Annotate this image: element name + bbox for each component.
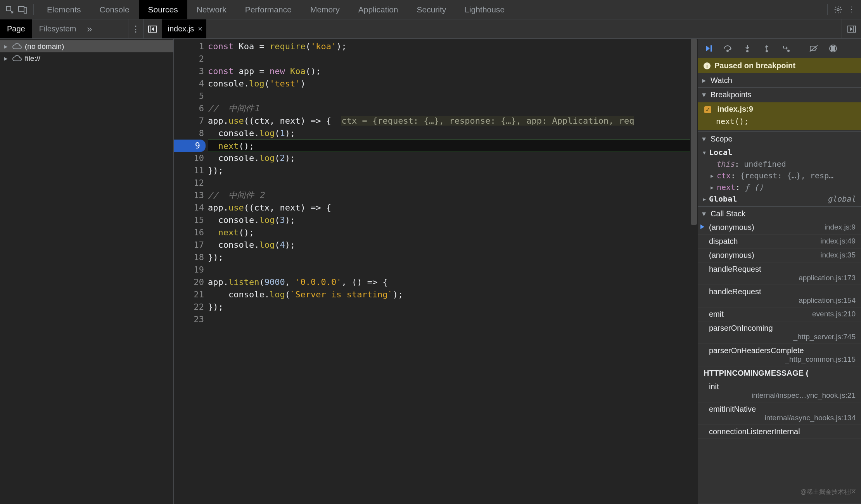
tab-security[interactable]: Security: [407, 0, 455, 19]
line-number[interactable]: 22: [174, 301, 204, 313]
step-out-icon[interactable]: [761, 43, 773, 54]
code-line[interactable]: });: [208, 164, 698, 177]
code-line[interactable]: console.log(1);: [208, 127, 698, 140]
deactivate-breakpoints-icon[interactable]: [808, 43, 820, 54]
stack-frame[interactable]: emitevents.js:210: [698, 307, 861, 321]
scope-local[interactable]: ▾Local: [698, 147, 861, 158]
toggle-navigator-icon[interactable]: [144, 26, 161, 33]
code-line[interactable]: next();: [208, 140, 698, 152]
code-area[interactable]: const Koa = require('koa'); const app = …: [208, 39, 698, 504]
file-tab-index[interactable]: index.js ×: [162, 19, 207, 38]
code-line[interactable]: });: [208, 301, 698, 313]
tab-network[interactable]: Network: [187, 0, 236, 19]
tab-memory[interactable]: Memory: [301, 0, 349, 19]
line-number[interactable]: 10: [174, 152, 204, 164]
stack-frame[interactable]: handleRequestapplication.js:154: [698, 285, 861, 307]
scope-this[interactable]: this: undefined: [698, 158, 861, 170]
stack-frame[interactable]: parserOnIncoming_http_server.js:745: [698, 321, 861, 344]
stack-frame[interactable]: initinternal/inspec…ync_hook.js:21: [698, 380, 861, 402]
code-line[interactable]: [208, 177, 698, 189]
code-line[interactable]: console.log(2);: [208, 152, 698, 164]
line-number[interactable]: 5: [174, 90, 204, 102]
stack-frame[interactable]: (anonymous)index.js:9: [698, 221, 861, 235]
stack-frame[interactable]: dispatchindex.js:49: [698, 235, 861, 249]
device-toggle-icon[interactable]: [16, 3, 29, 16]
line-number[interactable]: 16: [174, 226, 204, 239]
stack-frame[interactable]: parserOnHeadersComplete_http_common.js:1…: [698, 344, 861, 366]
tree-item-file[interactable]: ▸ file://: [0, 52, 173, 64]
tab-elements[interactable]: Elements: [38, 0, 90, 19]
line-number[interactable]: 7: [174, 115, 204, 127]
line-number[interactable]: 9: [174, 140, 206, 152]
stack-frame[interactable]: emitInitNativeinternal/async_hooks.js:13…: [698, 402, 861, 425]
line-number[interactable]: 6: [174, 102, 204, 115]
line-number[interactable]: 15: [174, 214, 204, 226]
code-line[interactable]: const Koa = require('koa');: [208, 40, 698, 53]
breakpoints-header[interactable]: ▾ Breakpoints: [698, 88, 861, 102]
code-line[interactable]: [208, 264, 698, 276]
line-number[interactable]: 17: [174, 239, 204, 251]
code-line[interactable]: console.log(`Server is starting`);: [208, 288, 698, 301]
scrollbar-thumb[interactable]: [691, 39, 697, 225]
code-line[interactable]: next();: [208, 226, 698, 239]
scope-header[interactable]: ▾ Scope: [698, 132, 861, 146]
code-line[interactable]: console.log(4);: [208, 239, 698, 251]
line-number[interactable]: 2: [174, 53, 204, 65]
resume-icon[interactable]: [703, 43, 714, 54]
code-line[interactable]: // 中间件1: [208, 102, 698, 115]
code-line[interactable]: [208, 313, 698, 326]
line-number[interactable]: 13: [174, 189, 204, 202]
code-line[interactable]: // 中间件 2: [208, 189, 698, 202]
line-number[interactable]: 18: [174, 251, 204, 264]
line-number[interactable]: 19: [174, 264, 204, 276]
navigator-tab-filesystem[interactable]: Filesystem: [32, 19, 83, 38]
line-number[interactable]: 23: [174, 313, 204, 326]
pause-exceptions-icon[interactable]: [827, 43, 839, 54]
line-number[interactable]: 14: [174, 202, 204, 214]
tab-application[interactable]: Application: [349, 0, 408, 19]
vertical-scrollbar[interactable]: [690, 39, 698, 504]
tab-lighthouse[interactable]: Lighthouse: [455, 0, 514, 19]
tab-console[interactable]: Console: [90, 0, 139, 19]
checkbox-checked-icon[interactable]: ✓: [704, 106, 711, 113]
line-number[interactable]: 4: [174, 78, 204, 90]
code-line[interactable]: app.use((ctx, next) => {: [208, 202, 698, 214]
close-icon[interactable]: ×: [198, 24, 202, 33]
navigator-kebab-icon[interactable]: ⋮: [128, 19, 144, 38]
stack-frame[interactable]: connectionListenerInternal: [698, 425, 861, 439]
line-number[interactable]: 1: [174, 40, 204, 53]
scope-ctx[interactable]: ▸ctx: {request: {…}, resp…: [698, 170, 861, 181]
kebab-icon[interactable]: ⋮: [845, 3, 858, 16]
code-line[interactable]: [208, 53, 698, 65]
scope-global[interactable]: ▸Global global: [698, 193, 861, 205]
toggle-debugger-icon[interactable]: [842, 19, 861, 38]
callstack-header[interactable]: ▾ Call Stack: [698, 207, 861, 221]
line-number[interactable]: 20: [174, 276, 204, 288]
line-number[interactable]: 3: [174, 65, 204, 78]
code-line[interactable]: [208, 90, 698, 102]
tab-performance[interactable]: Performance: [236, 0, 301, 19]
step-into-icon[interactable]: [742, 43, 753, 54]
watch-header[interactable]: ▸ Watch: [698, 73, 861, 87]
stack-frame[interactable]: (anonymous)index.js:35: [698, 249, 861, 262]
code-line[interactable]: app.listen(9000, '0.0.0.0', () => {: [208, 276, 698, 288]
tree-item-no-domain[interactable]: ▸ (no domain): [0, 40, 173, 52]
line-number[interactable]: 8: [174, 127, 204, 140]
inspect-icon[interactable]: [3, 3, 16, 16]
line-number[interactable]: 21: [174, 288, 204, 301]
breakpoint-item[interactable]: ✓ index.js:9 next();: [698, 102, 861, 130]
code-line[interactable]: console.log('test'): [208, 78, 698, 90]
stack-frame[interactable]: handleRequestapplication.js:173: [698, 262, 861, 285]
code-editor[interactable]: 1234567891011121314151617181920212223 co…: [174, 39, 698, 504]
tab-sources[interactable]: Sources: [139, 0, 187, 19]
code-line[interactable]: });: [208, 251, 698, 264]
navigator-tab-page[interactable]: Page: [0, 19, 32, 38]
navigator-tabs-more-icon[interactable]: »: [83, 24, 96, 35]
code-line[interactable]: const app = new Koa();: [208, 65, 698, 78]
step-over-icon[interactable]: [722, 43, 734, 54]
step-icon[interactable]: [780, 43, 792, 54]
code-line[interactable]: app.use((ctx, next) => { ctx = {request:…: [208, 115, 698, 127]
scope-next[interactable]: ▸next: ƒ (): [698, 181, 861, 193]
code-line[interactable]: console.log(3);: [208, 214, 698, 226]
line-number[interactable]: 12: [174, 177, 204, 189]
